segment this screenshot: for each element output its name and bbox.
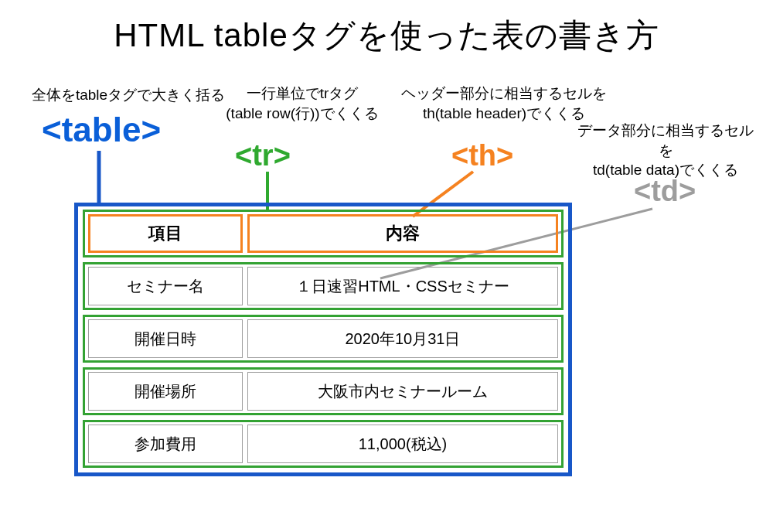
annotation-td: データ部分に相当するセルを td(table data)でくくる — [577, 121, 754, 180]
annotation-th-line1: ヘッダー部分に相当するセルを — [401, 85, 607, 101]
data-cell: 大阪市内セミナールーム — [247, 372, 558, 411]
annotation-table: 全体をtableタグで大きく括る — [28, 85, 229, 105]
annotation-th: ヘッダー部分に相当するセルを th(table header)でくくる — [388, 84, 620, 123]
annotation-tr: 一行単位でtrタグ (table row(行))でくくる — [213, 84, 391, 123]
annotation-td-line1: データ部分に相当するセルを — [577, 122, 754, 159]
table-row: 開催場所 大阪市内セミナールーム — [83, 367, 564, 415]
table-row: セミナー名 １日速習HTML・CSSセミナー — [83, 262, 564, 310]
tag-label-th: <th> — [451, 139, 513, 172]
data-cell: 開催場所 — [88, 372, 243, 411]
data-cell: １日速習HTML・CSSセミナー — [247, 267, 558, 305]
table-diagram: 項目 内容 セミナー名 １日速習HTML・CSSセミナー 開催日時 2020年1… — [74, 203, 572, 476]
tag-label-tr: <tr> — [235, 139, 291, 172]
annotation-th-line2: th(table header)でくくる — [423, 105, 585, 121]
table-header-row: 項目 内容 — [83, 210, 564, 257]
header-cell-col2: 内容 — [247, 214, 558, 253]
data-cell: 2020年10月31日 — [247, 319, 558, 358]
annotation-tr-line2: (table row(行))でくくる — [226, 105, 378, 121]
table-row: 参加費用 11,000(税込) — [83, 420, 564, 468]
page-title: HTML tableタグを使った表の書き方 — [0, 14, 773, 57]
data-cell: 開催日時 — [88, 319, 243, 358]
data-cell: 参加費用 — [88, 425, 243, 463]
table-row: 開催日時 2020年10月31日 — [83, 315, 564, 363]
header-cell-col1: 項目 — [88, 214, 243, 253]
tag-label-table: <table> — [42, 111, 161, 149]
tag-label-td: <td> — [634, 175, 696, 208]
data-cell: 11,000(税込) — [247, 425, 558, 463]
data-cell: セミナー名 — [88, 267, 243, 305]
annotation-tr-line1: 一行単位でtrタグ — [247, 85, 359, 101]
